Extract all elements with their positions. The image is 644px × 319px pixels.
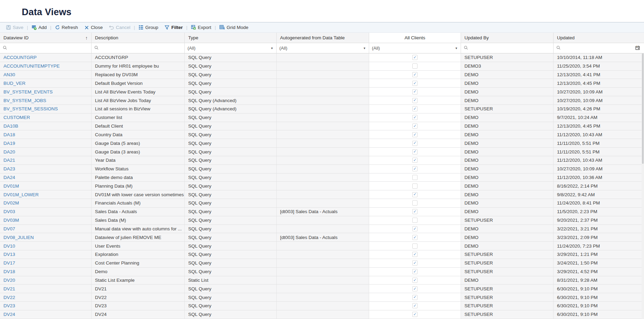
all-clients-checkbox[interactable]: ✓ xyxy=(412,312,417,317)
table-row[interactable]: DV10 User Events SQL Query DEMO 11/24/20… xyxy=(0,242,644,250)
table-row[interactable]: DA18 Country Data SQL Query ✓ DEMO 11/12… xyxy=(0,130,644,139)
table-row[interactable]: DV18 Demo SQL Query ✓ SETUPUSER 3/29/202… xyxy=(0,268,644,276)
dataview-id-link[interactable]: DA19 xyxy=(3,141,15,146)
table-row[interactable]: DA19 Gauge Data (5 areas) SQL Query ✓ DE… xyxy=(0,139,644,148)
all-clients-checkbox[interactable]: ✓ xyxy=(412,106,417,111)
table-row[interactable]: CUSTOMER Customer list SQL Query ✓ DEMO … xyxy=(0,113,644,122)
dataview-id-link[interactable]: DA20 xyxy=(3,149,15,154)
all-clients-checkbox[interactable]: ✓ xyxy=(412,235,417,240)
table-row[interactable]: ACCOUNTGRP ACCOUNTGRP SQL Query ✓ SETUPU… xyxy=(0,53,644,62)
all-clients-checkbox[interactable]: ✓ xyxy=(412,252,417,257)
all-clients-checkbox[interactable]: ✓ xyxy=(412,72,417,77)
table-row[interactable]: DV13 Exploration SQL Query ✓ SETUPUSER 3… xyxy=(0,250,644,259)
all-clients-checkbox[interactable] xyxy=(412,63,417,69)
dataview-id-link[interactable]: DV03 xyxy=(3,209,15,214)
dataview-id-link[interactable]: DA18 xyxy=(3,132,15,137)
all-clients-checkbox[interactable]: ✓ xyxy=(412,141,417,146)
all-clients-checkbox[interactable]: ✓ xyxy=(412,209,417,214)
all-clients-checkbox[interactable]: ✓ xyxy=(412,55,417,60)
table-row[interactable]: DV22 DV22 SQL Query ✓ SETUPUSER 6/30/202… xyxy=(0,293,644,302)
grid-mode-button[interactable]: Grid Mode xyxy=(219,25,248,30)
all-clients-checkbox[interactable]: ✓ xyxy=(412,303,417,308)
column-header-type[interactable]: Type xyxy=(185,33,277,43)
all-clients-checkbox[interactable]: ✓ xyxy=(412,269,417,274)
table-row[interactable]: DV20 Static List Example Static List ✓ D… xyxy=(0,276,644,285)
all-clients-checkbox[interactable]: ✓ xyxy=(412,149,417,154)
all-clients-checkbox[interactable] xyxy=(412,200,417,206)
all-clients-checkbox[interactable]: ✓ xyxy=(412,166,417,171)
dataview-id-link[interactable]: ACCOUNTGRP xyxy=(3,55,37,60)
all-clients-checkbox[interactable]: ✓ xyxy=(412,115,417,120)
column-header-updated-by[interactable]: Updated By xyxy=(461,33,554,43)
calendar-icon[interactable] xyxy=(635,46,641,51)
dataview-id-link[interactable]: DV17 xyxy=(3,260,15,266)
cancel-button[interactable]: Cancel xyxy=(109,25,130,30)
dataview-id-link[interactable]: DV01M xyxy=(3,183,19,189)
dataview-id-filter-input[interactable] xyxy=(9,45,88,51)
table-row[interactable]: DV01M_LOWER DV01M with lower case versio… xyxy=(0,190,644,199)
dataview-id-link[interactable]: BV_SYSTEM_EVENTS xyxy=(3,89,53,94)
dataview-id-link[interactable]: DV18 xyxy=(3,269,15,274)
column-header-autogenerated[interactable]: Autogenerated from Data Table xyxy=(277,33,369,43)
dataview-id-link[interactable]: DV01M_LOWER xyxy=(3,192,39,197)
all-clients-checkbox[interactable]: ✓ xyxy=(412,278,417,283)
vertical-scrollbar[interactable] xyxy=(642,53,644,319)
all-clients-filter-dropdown[interactable]: (All) ▾ xyxy=(372,46,458,51)
dataview-id-link[interactable]: AN30 xyxy=(3,72,15,77)
dataview-id-link[interactable]: DA23 xyxy=(3,166,15,171)
all-clients-checkbox[interactable]: ✓ xyxy=(412,132,417,137)
all-clients-checkbox[interactable] xyxy=(412,175,417,180)
dataview-id-link[interactable]: DV21 xyxy=(3,286,15,291)
table-row[interactable]: DA23 Workflow Status SQL Query ✓ DEMO 10… xyxy=(0,165,644,173)
autogenerated-filter-dropdown[interactable]: (All) ▾ xyxy=(279,46,366,51)
dataview-id-link[interactable]: DA10B xyxy=(3,123,18,129)
table-row[interactable]: DA10B Default Client SQL Query ✓ DEMO 12… xyxy=(0,122,644,131)
table-row[interactable]: DV08_JULIEN Dataview of julien REMOVE ME… xyxy=(0,233,644,242)
all-clients-checkbox[interactable]: ✓ xyxy=(412,123,417,129)
table-row[interactable]: DV24 DV24 SQL Query ✓ SETUPUSER 6/30/202… xyxy=(0,310,644,319)
table-row[interactable]: BV_SYSTEM_SESSIONS List all sessions in … xyxy=(0,105,644,113)
column-header-description[interactable]: Description xyxy=(92,33,185,43)
dataview-id-link[interactable]: ACCOUNTUNITEMPTYPE xyxy=(3,63,60,69)
save-button[interactable]: Save xyxy=(6,25,23,30)
dataview-id-link[interactable]: BV_SYSTEM_JOBS xyxy=(3,98,46,103)
table-row[interactable]: DA20 Gauge Data (3 areas) SQL Query ✓ DE… xyxy=(0,148,644,156)
table-row[interactable]: DV02M Financials Actuals (M) SQL Query D… xyxy=(0,199,644,208)
dataview-id-link[interactable]: DA21 xyxy=(3,158,15,163)
dataview-id-link[interactable]: DV23 xyxy=(3,303,15,308)
all-clients-checkbox[interactable]: ✓ xyxy=(412,89,417,94)
table-row[interactable]: DV17 Cost Center Planning SQL Query ✓ SE… xyxy=(0,259,644,268)
all-clients-checkbox[interactable] xyxy=(412,218,417,223)
dataview-id-link[interactable]: DV03M xyxy=(3,218,19,223)
group-button[interactable]: Group xyxy=(138,25,158,30)
filter-button[interactable]: Filter xyxy=(164,25,183,30)
table-row[interactable]: BUD_VER Default Budget Version SQL Query… xyxy=(0,79,644,88)
updated-filter-input[interactable] xyxy=(563,45,635,51)
close-button[interactable]: Close xyxy=(84,25,103,30)
table-row[interactable]: DV23 DV23 SQL Query ✓ SETUPUSER 6/30/202… xyxy=(0,302,644,310)
dataview-id-link[interactable]: DV08_JULIEN xyxy=(3,235,34,240)
table-row[interactable]: DV03M Sales Data (M) SQL Query SETUPUSER… xyxy=(0,216,644,225)
all-clients-checkbox[interactable]: ✓ xyxy=(412,226,417,231)
all-clients-checkbox[interactable]: ✓ xyxy=(412,81,417,86)
dataview-id-link[interactable]: DV02M xyxy=(3,200,19,206)
table-row[interactable]: DV03 Sales Data - Actuals SQL Query [dt0… xyxy=(0,208,644,216)
all-clients-checkbox[interactable] xyxy=(412,183,417,189)
all-clients-checkbox[interactable]: ✓ xyxy=(412,158,417,163)
table-row[interactable]: AN30 Replaced by DV03M SQL Query ✓ DEMO … xyxy=(0,71,644,79)
table-row[interactable]: DV01M Planning Data (M) SQL Query DEMO 8… xyxy=(0,182,644,190)
all-clients-checkbox[interactable]: ✓ xyxy=(412,192,417,197)
table-row[interactable]: ACCOUNTUNITEMPTYPE Dummy for HR01 employ… xyxy=(0,62,644,71)
table-row[interactable]: DA24 Palette demo data SQL Query DEMO 11… xyxy=(0,173,644,182)
all-clients-checkbox[interactable]: ✓ xyxy=(412,98,417,103)
dataview-id-link[interactable]: DV24 xyxy=(3,312,15,317)
dataview-id-link[interactable]: BV_SYSTEM_SESSIONS xyxy=(3,106,58,111)
table-row[interactable]: DV21 DV21 SQL Query ✓ SETUPUSER 6/30/202… xyxy=(0,285,644,293)
dataview-id-link[interactable]: BUD_VER xyxy=(3,81,26,86)
all-clients-checkbox[interactable]: ✓ xyxy=(412,295,417,300)
dataview-id-link[interactable]: DV22 xyxy=(3,295,15,300)
dataview-id-link[interactable]: DV20 xyxy=(3,278,15,283)
column-header-updated[interactable]: Updated xyxy=(554,33,644,43)
add-button[interactable]: Add xyxy=(31,25,47,30)
export-button[interactable]: Export xyxy=(191,25,211,30)
